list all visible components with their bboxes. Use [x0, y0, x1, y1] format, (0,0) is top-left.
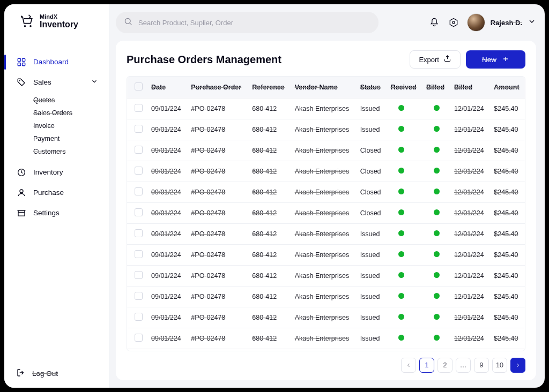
pager-page[interactable]: 9: [474, 358, 489, 373]
row-checkbox[interactable]: [135, 250, 143, 258]
table-row[interactable]: 09/01/224#PO-02478680-412Akash Enterpris…: [127, 349, 525, 352]
cell-amount: $245.40: [489, 224, 525, 245]
column-header[interactable]: Vendor Name: [291, 77, 356, 99]
cell-status: Closed: [356, 140, 387, 161]
logout-button[interactable]: Log Out: [4, 359, 109, 388]
sidebar-subitem[interactable]: Customers: [33, 145, 109, 158]
cell-date: 09/01/224: [147, 203, 187, 224]
table-row[interactable]: 09/01/224#PO-02478680-412Akash Enterpris…: [127, 161, 525, 182]
cell-vendor: Akash Enterprises: [291, 328, 356, 349]
row-checkbox[interactable]: [135, 167, 143, 175]
column-header[interactable]: Status: [356, 77, 387, 99]
table-row[interactable]: 09/01/224#PO-02478680-412Akash Enterpris…: [127, 182, 525, 203]
status-dot-icon: [434, 126, 440, 132]
sidebar-subitem[interactable]: Quotes: [33, 94, 109, 107]
column-header[interactable]: Recived: [387, 77, 422, 99]
column-header[interactable]: Date: [147, 77, 187, 99]
cell-received: [387, 307, 422, 328]
pager-page[interactable]: 10: [492, 358, 507, 373]
cell-billed-date: 12/01/224: [450, 99, 489, 119]
cell-date: 09/01/224: [147, 328, 187, 349]
column-header[interactable]: Billed: [450, 77, 489, 99]
cell-received: [387, 349, 422, 352]
row-checkbox[interactable]: [135, 334, 143, 342]
search-input[interactable]: [116, 12, 379, 33]
column-header[interactable]: Reference: [248, 77, 290, 99]
pager-next[interactable]: [510, 358, 525, 373]
cell-ref: 680-412: [248, 203, 290, 224]
cell-received: [387, 119, 422, 140]
logout-label: Log Out: [32, 370, 58, 378]
cell-amount: $245.40: [489, 245, 525, 266]
table-row[interactable]: 09/01/224#PO-02478680-412Akash Enterpris…: [127, 99, 525, 119]
status-dot-icon: [434, 105, 440, 111]
row-checkbox[interactable]: [135, 104, 143, 112]
export-label: Export: [419, 56, 439, 64]
status-dot-icon: [398, 168, 404, 174]
search-field[interactable]: [138, 19, 371, 27]
row-checkbox[interactable]: [135, 313, 143, 321]
cell-received: [387, 140, 422, 161]
sidebar-item-dashboard[interactable]: Dashboard: [4, 52, 109, 72]
column-header[interactable]: Billed: [422, 77, 450, 99]
gear-icon[interactable]: [448, 17, 459, 28]
table-header-row: DatePurchase OrderReferenceVendor NameSt…: [127, 77, 525, 99]
pager-page[interactable]: 2: [437, 358, 452, 373]
sidebar-subitem[interactable]: Sales Orders: [33, 107, 109, 119]
status-dot-icon: [398, 209, 404, 215]
select-all-checkbox[interactable]: [135, 82, 143, 91]
cell-status: Closed: [356, 182, 387, 203]
status-dot-icon: [398, 251, 404, 257]
cell-ref: 680-412: [248, 307, 290, 328]
status-dot-icon: [398, 105, 404, 111]
table-row[interactable]: 09/01/224#PO-02478680-412Akash Enterpris…: [127, 245, 525, 266]
row-checkbox[interactable]: [135, 125, 143, 133]
row-checkbox[interactable]: [135, 187, 143, 195]
sidebar-item-settings[interactable]: Settings: [4, 203, 109, 223]
table-row[interactable]: 09/01/224#PO-02478680-412Akash Enterpris…: [127, 328, 525, 349]
pager-page[interactable]: 1: [419, 358, 434, 373]
new-button[interactable]: New: [466, 50, 525, 69]
cell-amount: $245.40: [489, 140, 525, 161]
cell-billed-date: 12/01/224: [450, 203, 489, 224]
table-row[interactable]: 09/01/224#PO-02478680-412Akash Enterpris…: [127, 140, 525, 161]
user-menu[interactable]: Rajesh D.: [467, 13, 536, 32]
sidebar-item-sales[interactable]: Sales: [4, 72, 109, 93]
cell-received: [387, 182, 422, 203]
table-row[interactable]: 09/01/224#PO-02478680-412Akash Enterpris…: [127, 307, 525, 328]
table-row[interactable]: 09/01/224#PO-02478680-412Akash Enterpris…: [127, 203, 525, 224]
row-checkbox[interactable]: [135, 208, 143, 216]
sidebar-subitem[interactable]: Payment: [33, 132, 109, 145]
cell-date: 09/01/224: [147, 307, 187, 328]
row-checkbox[interactable]: [135, 292, 143, 300]
cell-po: #PO-02478: [187, 328, 248, 349]
row-checkbox[interactable]: [135, 229, 143, 237]
cell-billed-date: 12/01/224: [450, 307, 489, 328]
row-checkbox[interactable]: [135, 271, 143, 279]
plus-icon: [502, 55, 509, 64]
cell-amount: $245.40: [489, 203, 525, 224]
table-row[interactable]: 09/01/224#PO-02478680-412Akash Enterpris…: [127, 287, 525, 307]
export-button[interactable]: Export: [410, 50, 461, 69]
sidebar-item-inventory[interactable]: Inventory: [4, 162, 109, 183]
cell-billed-date: 12/01/224: [450, 349, 489, 352]
sidebar-subitem[interactable]: Invoice: [33, 119, 109, 132]
cell-vendor: Akash Enterprises: [291, 161, 356, 182]
table-row[interactable]: 09/01/224#PO-02478680-412Akash Enterpris…: [127, 224, 525, 245]
column-header[interactable]: Amount: [489, 77, 525, 99]
logo[interactable]: MindX Inventory: [4, 4, 109, 39]
tag-icon: [16, 77, 27, 88]
bell-icon[interactable]: [428, 17, 440, 28]
table-row[interactable]: 09/01/224#PO-02478680-412Akash Enterpris…: [127, 266, 525, 287]
status-dot-icon: [434, 251, 440, 257]
svg-rect-2: [18, 58, 20, 61]
sidebar-item-label: Sales: [33, 78, 51, 86]
cell-billed-date: 12/01/224: [450, 224, 489, 245]
pager-prev[interactable]: [401, 358, 416, 373]
column-header[interactable]: Purchase Order: [187, 77, 248, 99]
cell-vendor: Akash Enterprises: [291, 99, 356, 119]
cell-status: Issued: [356, 287, 387, 307]
sidebar-item-purchase[interactable]: Purchase: [4, 183, 109, 203]
table-row[interactable]: 09/01/224#PO-02478680-412Akash Enterpris…: [127, 119, 525, 140]
row-checkbox[interactable]: [135, 146, 143, 154]
